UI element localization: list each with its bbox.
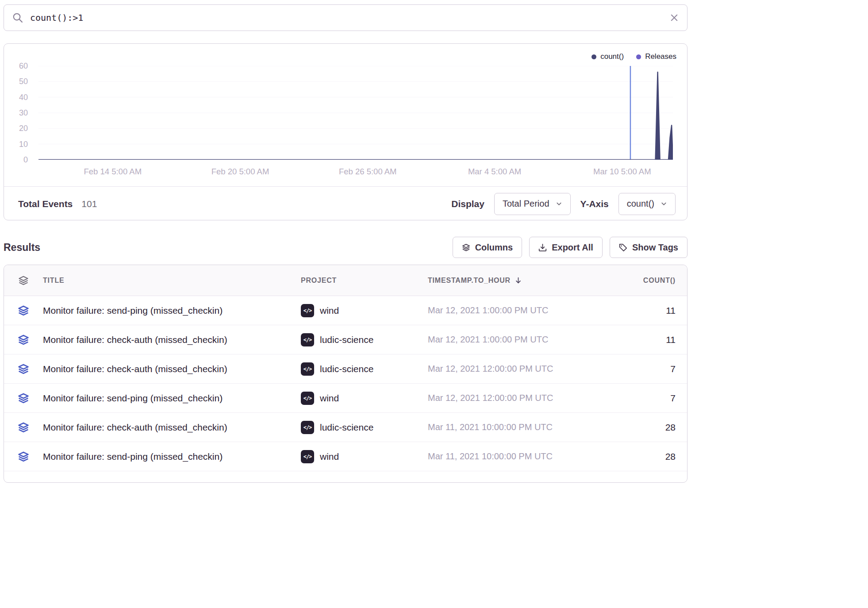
table-row: Monitor failure: check-auth (missed_chec… — [4, 354, 687, 384]
y-axis-tick-label: 40 — [19, 92, 28, 102]
row-timestamp: Mar 11, 2021 10:00:00 PM UTC — [428, 451, 665, 462]
export-all-button[interactable]: Export All — [529, 237, 603, 258]
stack-icon[interactable] — [18, 305, 29, 316]
column-header-count[interactable]: COUNT() — [643, 277, 676, 285]
column-header-project[interactable]: PROJECT — [301, 277, 428, 285]
total-events-value: 101 — [81, 199, 97, 209]
row-title[interactable]: Monitor failure: send-ping (missed_check… — [43, 451, 301, 462]
row-project: </> ludic-science — [301, 421, 428, 434]
table-row: Monitor failure: check-auth (missed_chec… — [4, 325, 687, 354]
tag-icon — [619, 243, 627, 252]
project-name: wind — [320, 393, 339, 404]
columns-button[interactable]: Columns — [453, 237, 522, 258]
y-axis-tick-label: 50 — [19, 77, 28, 86]
table-row: Monitor failure: send-ping (missed_check… — [4, 442, 687, 471]
row-project: </> ludic-science — [301, 333, 428, 346]
row-title[interactable]: Monitor failure: send-ping (missed_check… — [43, 305, 301, 316]
total-events-label: Total Events — [18, 199, 73, 209]
y-axis-dropdown[interactable]: count() — [618, 193, 676, 215]
row-count: 28 — [665, 451, 676, 462]
stack-icon[interactable] — [18, 334, 29, 346]
column-header-timestamp-label: TIMESTAMP.TO_HOUR — [428, 277, 511, 285]
row-title[interactable]: Monitor failure: check-auth (missed_chec… — [43, 364, 301, 374]
clear-search-button[interactable] — [669, 13, 679, 23]
legend-label: count() — [600, 52, 624, 61]
sort-desc-icon — [515, 277, 522, 284]
chart-y-axis: 0102030405060 — [6, 66, 33, 160]
legend-dot-icon — [591, 54, 596, 59]
row-timestamp: Mar 12, 2021 1:00:00 PM UTC — [428, 305, 666, 316]
discover-page: count():>1 count()Releases 0102030405060… — [4, 4, 687, 483]
x-axis-tick-label: Feb 14 5:00 AM — [84, 167, 142, 177]
table-row: Monitor failure: check-auth (missed_chec… — [4, 413, 687, 442]
platform-icon: </> — [301, 333, 314, 346]
column-header-title[interactable]: TITLE — [43, 277, 301, 285]
display-label: Display — [451, 199, 484, 209]
results-table-body: Monitor failure: send-ping (missed_check… — [4, 296, 687, 471]
row-project: </> ludic-science — [301, 362, 428, 376]
y-axis-tick-label: 60 — [19, 62, 28, 71]
legend-dot-icon — [636, 54, 641, 59]
row-count: 7 — [670, 364, 676, 374]
table-header-row: TITLE PROJECT TIMESTAMP.TO_HOUR COUNT() — [4, 265, 687, 296]
results-heading: Results — [4, 242, 40, 254]
project-name: ludic-science — [320, 335, 373, 345]
chart-legend: count()Releases — [4, 44, 687, 66]
download-icon — [538, 243, 547, 252]
platform-icon: </> — [301, 362, 314, 376]
row-timestamp: Mar 12, 2021 1:00:00 PM UTC — [428, 335, 666, 345]
stack-column-icon[interactable] — [18, 275, 29, 286]
search-bar: count():>1 — [4, 4, 687, 31]
export-all-button-label: Export All — [552, 242, 593, 253]
column-header-project-label: PROJECT — [301, 277, 337, 285]
results-actions: Columns Export All Show Tags — [453, 237, 687, 258]
platform-icon: </> — [301, 421, 314, 434]
platform-icon: </> — [301, 450, 314, 463]
platform-icon: </> — [301, 304, 314, 317]
chart-footer: Total Events 101 Display Total Period Y-… — [4, 186, 687, 221]
events-chart-panel: count()Releases 0102030405060 Feb 14 5:0… — [4, 43, 687, 220]
project-name: ludic-science — [320, 364, 373, 374]
show-tags-button[interactable]: Show Tags — [610, 237, 687, 258]
legend-item-count[interactable]: count() — [591, 52, 624, 61]
stack-icon[interactable] — [18, 451, 29, 462]
row-title[interactable]: Monitor failure: check-auth (missed_chec… — [43, 335, 301, 345]
columns-button-label: Columns — [475, 242, 513, 253]
search-input[interactable]: count():>1 — [30, 12, 663, 23]
chevron-down-icon — [556, 200, 562, 207]
results-header: Results Columns Export All Show Tags — [4, 236, 687, 258]
stack-icon[interactable] — [18, 393, 29, 404]
row-timestamp: Mar 11, 2021 10:00:00 PM UTC — [428, 422, 665, 432]
row-count: 11 — [666, 335, 676, 345]
search-icon — [12, 12, 23, 23]
row-count: 28 — [665, 422, 676, 433]
stack-icon[interactable] — [18, 363, 29, 375]
y-axis-tick-label: 30 — [19, 108, 28, 118]
row-project: </> wind — [301, 392, 428, 405]
row-count: 7 — [670, 393, 676, 404]
row-project: </> wind — [301, 304, 428, 317]
column-header-count-label: COUNT() — [643, 277, 676, 285]
project-name: ludic-science — [320, 422, 373, 433]
table-row: Monitor failure: send-ping (missed_check… — [4, 384, 687, 413]
legend-item-releases[interactable]: Releases — [636, 52, 676, 61]
table-row: Monitor failure: send-ping (missed_check… — [4, 296, 687, 325]
row-title[interactable]: Monitor failure: send-ping (missed_check… — [43, 393, 301, 404]
row-count: 11 — [666, 305, 676, 316]
project-name: wind — [320, 305, 339, 316]
display-dropdown[interactable]: Total Period — [494, 193, 571, 215]
chart-x-axis: Feb 14 5:00 AMFeb 20 5:00 AMFeb 26 5:00 … — [38, 160, 673, 186]
events-chart-canvas — [38, 66, 673, 160]
x-axis-tick-label: Mar 4 5:00 AM — [468, 167, 521, 177]
row-timestamp: Mar 12, 2021 12:00:00 PM UTC — [428, 393, 670, 403]
y-axis-tick-label: 20 — [19, 124, 28, 133]
chart-plot: 0102030405060 — [38, 66, 673, 160]
count-series-line — [38, 72, 673, 160]
stack-icon[interactable] — [18, 422, 29, 433]
legend-label: Releases — [645, 52, 676, 61]
column-header-timestamp[interactable]: TIMESTAMP.TO_HOUR — [428, 277, 643, 285]
y-axis-dropdown-value: count() — [627, 199, 654, 209]
row-title[interactable]: Monitor failure: check-auth (missed_chec… — [43, 422, 301, 433]
project-name: wind — [320, 451, 339, 462]
y-axis-tick-label: 10 — [19, 139, 28, 149]
